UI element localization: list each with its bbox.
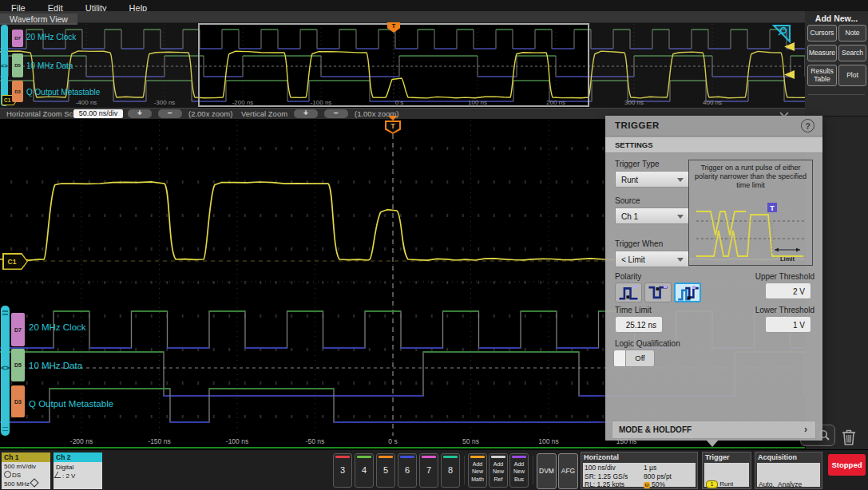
chevron-right-icon: ›: [804, 424, 807, 435]
expansion-point-icon: U: [644, 482, 650, 488]
h-zoom-out-button[interactable]: −: [158, 109, 182, 118]
add-button-label: AddNewRef: [489, 460, 507, 483]
channel-button-8[interactable]: 8: [441, 453, 460, 488]
trigger-when-value: < Limit: [621, 255, 645, 264]
ch2-mode: Digital: [56, 463, 100, 472]
v-zoom-out-button[interactable]: −: [324, 109, 348, 118]
overview-group-handle[interactable]: <>: [0, 62, 9, 69]
channel-button-6[interactable]: 6: [398, 453, 417, 488]
overview-channel-badge-d7[interactable]: D7: [12, 30, 23, 47]
h-zoom-in-button[interactable]: +: [128, 109, 152, 118]
acquisition-title: Acquisition: [758, 452, 797, 463]
main-group-handle[interactable]: <>: [0, 364, 10, 372]
add-new-search-button[interactable]: Search: [838, 45, 866, 61]
trigger-when-dropdown[interactable]: < Limit: [615, 251, 689, 267]
main-channel-label-d5[interactable]: 10 MHz Data: [29, 361, 82, 370]
source-label: Source: [615, 196, 640, 205]
lower-threshold-field[interactable]: 1 V: [765, 316, 811, 333]
trigger-status-box[interactable]: Trigger 1 Runt < 25.12 ns U: 2 V L: 1 V: [702, 452, 751, 489]
view-bottom-edge: [0, 447, 805, 449]
add-color-stripe: [470, 456, 485, 458]
ch1-scale: 500 mV/div: [4, 462, 48, 471]
add-new-ref-button[interactable]: AddNewRef: [489, 453, 508, 488]
horizontal-zoom-scale-input[interactable]: 50.00 ns/div: [73, 109, 123, 118]
main-time-axis-label: 50 ns: [449, 437, 493, 445]
channel-color-stripe: [357, 456, 371, 458]
main-trigger-marker[interactable]: T: [384, 116, 402, 135]
overview-time-axis-label: -300 ns: [142, 99, 187, 106]
probe-icon: [30, 478, 39, 487]
main-channel-label-d7[interactable]: 20 MHz Clock: [29, 322, 86, 332]
add-new-bus-button[interactable]: AddNewBus: [509, 453, 529, 488]
polarity-positive-button[interactable]: [615, 283, 642, 302]
help-icon[interactable]: ?: [801, 119, 814, 132]
logic-qualification-label: Logic Qualification: [615, 339, 680, 348]
polarity-either-button[interactable]: [674, 283, 701, 302]
horizontal-value: RL: 1.25 kpts: [585, 480, 624, 488]
vertical-zoom-label: Vertical Zoom: [241, 109, 287, 120]
channel-button-7[interactable]: 7: [419, 453, 438, 488]
overview-zoom-box[interactable]: [198, 23, 589, 107]
horizontal-status-box[interactable]: Horizontal 100 ns/div1 µsSR: 1.25 GS/s80…: [581, 452, 698, 489]
add-new-math-button[interactable]: AddNewMath: [468, 453, 487, 488]
main-channel-badge-d3[interactable]: D3: [11, 385, 25, 417]
add-new-measure-button[interactable]: Measure: [807, 45, 837, 61]
acquisition-status-box[interactable]: Acquisition Auto, Analyze High Res: 13 b…: [755, 452, 822, 489]
trigger-title: Trigger: [705, 452, 730, 463]
add-new-plot-button[interactable]: Plot: [838, 65, 866, 86]
overview-channel-label-d3[interactable]: Q Output Metastable: [26, 88, 100, 97]
trigger-description-box: Trigger on a runt pulse of either polari…: [688, 160, 813, 266]
overview-time-axis-label: 100 ns: [455, 99, 500, 106]
channel-button-3[interactable]: 3: [333, 453, 352, 488]
ch1-status-box[interactable]: Ch 1 500 mV/div DS 500 MHz: [2, 452, 50, 489]
main-channel-badge-d5[interactable]: D5: [11, 349, 25, 381]
time-limit-field[interactable]: 25.12 ns: [615, 316, 663, 333]
trash-icon[interactable]: [838, 427, 859, 448]
add-new-note-button[interactable]: Note: [838, 25, 866, 41]
trigger-settings-section[interactable]: SETTINGS: [605, 137, 822, 153]
trigger-when-label: Trigger When: [615, 239, 663, 248]
trigger-type-dropdown[interactable]: Runt: [615, 171, 689, 188]
add-new-results-table-button[interactable]: Results Table: [807, 65, 837, 86]
stopped-badge[interactable]: Stopped: [828, 454, 866, 476]
polarity-negative-button[interactable]: [644, 283, 672, 302]
add-button-label: AddNewBus: [510, 460, 528, 483]
channel-button-4[interactable]: 4: [355, 453, 374, 488]
add-new-panel: Add New... CursorsNoteMeasureSearchResul…: [805, 11, 868, 117]
overview-channel-label-d5[interactable]: 10 MHz Data: [26, 61, 73, 70]
ch2-threshold: : 2 V: [62, 472, 75, 480]
add-button-label: AddNewMath: [469, 460, 486, 483]
horizontal-value: 50%: [652, 480, 665, 488]
main-time-axis-label: 150 ns: [604, 437, 649, 445]
trigger-source-badge: 1: [706, 480, 718, 488]
add-new-cursors-button[interactable]: Cursors: [807, 25, 837, 41]
main-channel-label-d3[interactable]: Q Output Metastable: [29, 399, 113, 409]
trigger-type-label: Trigger Type: [615, 160, 660, 168]
channel-button-5[interactable]: 5: [376, 453, 395, 488]
horizontal-value: 100 ns/div: [585, 464, 616, 472]
overview-time-axis-label: 200 ns: [533, 99, 578, 106]
overview-channel-badge-d3[interactable]: D3: [12, 81, 23, 102]
source-dropdown[interactable]: Ch 1: [615, 207, 689, 224]
zoom-overlay-icon[interactable]: [771, 23, 792, 44]
main-channel-badge-d7[interactable]: D7: [11, 313, 25, 346]
ch1-title: Ch 1: [2, 452, 50, 462]
overview-channel-label-d7[interactable]: 20 MHz Clock: [26, 33, 76, 41]
afg-button[interactable]: AFG: [558, 453, 578, 489]
channel-number: 6: [398, 465, 416, 475]
add-color-stripe: [491, 456, 505, 458]
v-zoom-in-button[interactable]: +: [294, 109, 318, 118]
overview-channel-badge-d5[interactable]: D5: [12, 53, 23, 77]
logic-qualification-value: Off: [626, 350, 655, 367]
logic-qualification-toggle[interactable]: Off: [613, 350, 655, 367]
ch2-title: Ch 2: [54, 452, 102, 462]
mode-holdoff-section[interactable]: MODE & HOLDOFF ›: [612, 421, 816, 439]
upper-threshold-field[interactable]: 2 V: [765, 283, 811, 299]
channel-color-stripe: [379, 456, 393, 458]
main-time-axis-label: -150 ns: [137, 437, 182, 445]
menu-bar: FileEditUtilityHelp: [0, 0, 868, 11]
trigger-panel-title: TRIGGER: [615, 121, 660, 130]
dvm-button[interactable]: DVM: [537, 453, 557, 489]
channel-number: 7: [420, 465, 438, 475]
ch2-status-box[interactable]: Ch 2 Digital : 2 V: [54, 452, 102, 489]
